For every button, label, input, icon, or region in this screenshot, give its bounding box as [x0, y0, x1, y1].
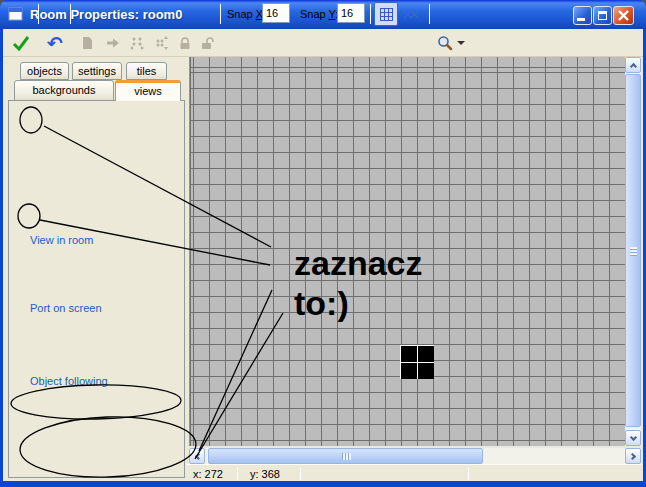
- caret-down-icon[interactable]: [457, 41, 465, 45]
- scrollbar-thumb[interactable]: [625, 74, 641, 427]
- isometric-toggle-button[interactable]: [399, 2, 423, 26]
- snap-x-label: Snap X:: [227, 8, 266, 20]
- status-separator: [237, 467, 238, 480]
- maximize-button[interactable]: [593, 6, 612, 25]
- unlock-button[interactable]: [194, 31, 220, 55]
- toolbar-separator: [220, 4, 221, 24]
- magnifier-icon: [437, 35, 453, 51]
- move-button[interactable]: [100, 31, 126, 55]
- undo-button[interactable]: ↶: [42, 31, 68, 55]
- snap-x-input[interactable]: [262, 3, 290, 23]
- chevron-up-icon: [629, 63, 636, 70]
- chevron-left-icon: [194, 452, 201, 459]
- cursor-x-status: x: 272: [193, 468, 223, 480]
- toolbar-separator: [38, 4, 39, 24]
- arrow-right-icon: [105, 35, 121, 51]
- toolbar-separator: [70, 4, 71, 24]
- zoom-button[interactable]: [434, 31, 468, 55]
- views-tab-panel: [8, 100, 185, 478]
- minimize-button[interactable]: [573, 6, 592, 25]
- tab-objects[interactable]: objects: [20, 62, 69, 80]
- object-following-title: Object following: [26, 375, 112, 387]
- chevron-right-icon: [628, 452, 635, 459]
- toolbar-separator: [370, 4, 371, 24]
- copy-button[interactable]: [74, 31, 100, 55]
- vertical-scrollbar[interactable]: [625, 57, 641, 446]
- maximize-icon: [598, 11, 607, 20]
- status-separator: [468, 467, 469, 480]
- tab-views[interactable]: views: [115, 80, 181, 101]
- scrollbar-thumb[interactable]: [208, 448, 483, 464]
- scroll-up-button[interactable]: [625, 57, 641, 73]
- shift-horizontal-icon: [129, 35, 145, 51]
- undo-arrow-icon: ↶: [47, 34, 63, 53]
- status-bar: x: 272 y: 368: [186, 464, 642, 481]
- window-title: Room Properties: room0: [30, 7, 182, 22]
- view-in-room-title: View in room: [26, 234, 97, 246]
- shift-vertical-button[interactable]: [148, 31, 174, 55]
- snap-y-input[interactable]: [337, 3, 365, 23]
- lock-closed-icon: [177, 35, 193, 51]
- tab-tiles[interactable]: tiles: [126, 62, 167, 80]
- snap-y-label: Snap Y:: [300, 8, 338, 20]
- minimize-icon: [577, 18, 585, 21]
- status-separator: [300, 467, 301, 480]
- grid-toggle-button[interactable]: [374, 2, 398, 26]
- close-button[interactable]: [613, 6, 634, 25]
- lock-open-icon: [199, 35, 215, 51]
- isometric-grid-icon: [403, 8, 419, 21]
- scroll-right-button[interactable]: [625, 448, 641, 464]
- toolbar-separator: [429, 4, 430, 24]
- tab-settings[interactable]: settings: [72, 62, 122, 80]
- page-icon: [79, 35, 95, 51]
- grid-icon: [380, 8, 393, 21]
- close-icon: [614, 7, 633, 24]
- shift-vertical-icon: [153, 35, 169, 51]
- room-canvas[interactable]: [189, 57, 625, 446]
- app-icon: [8, 7, 24, 22]
- ok-button[interactable]: [8, 31, 34, 55]
- shift-horizontal-button[interactable]: [124, 31, 150, 55]
- horizontal-scrollbar[interactable]: [189, 448, 641, 464]
- cursor-y-status: y: 368: [250, 468, 280, 480]
- room-properties-window: Room Properties: room0 ↶: [0, 0, 646, 487]
- port-on-screen-title: Port on screen: [26, 302, 106, 314]
- tab-backgrounds[interactable]: backgrounds: [14, 80, 114, 101]
- scroll-down-button[interactable]: [625, 430, 641, 446]
- object-instance[interactable]: [400, 345, 434, 379]
- chevron-down-icon: [629, 433, 636, 440]
- scroll-left-button[interactable]: [189, 448, 205, 464]
- checkmark-icon: [12, 35, 30, 51]
